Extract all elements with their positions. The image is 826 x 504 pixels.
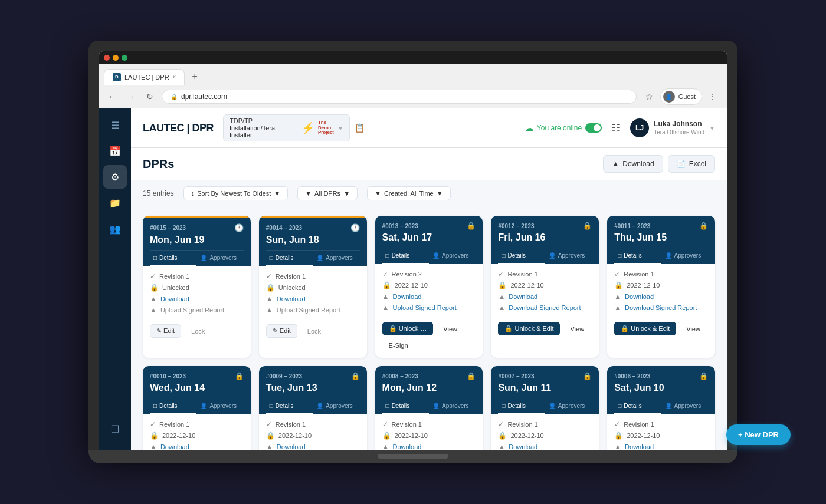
excel-btn[interactable]: 📄 Excel bbox=[668, 155, 715, 173]
os-maximize[interactable] bbox=[122, 55, 127, 61]
tab-details[interactable]: □ Details bbox=[614, 248, 661, 264]
new-tab-btn[interactable]: + bbox=[186, 68, 203, 85]
breadcrumb-text: TDP/TP Installation/Tera Installer bbox=[230, 117, 298, 139]
tab-approvers[interactable]: 👤 Approvers bbox=[545, 398, 592, 414]
user-avatar: LJ bbox=[630, 118, 649, 137]
unlock-btn[interactable]: 🔒 Unlock & Edit bbox=[498, 322, 560, 335]
download-link[interactable]: Download bbox=[277, 295, 306, 302]
download-link[interactable]: Download bbox=[509, 293, 537, 300]
browser-nav: ← → ↻ 🔒 dpr.lautec.com ☆ 👤 Guest ⋮ bbox=[99, 85, 727, 108]
card-number: #0012 – 2023 bbox=[498, 223, 534, 229]
download-link[interactable]: Download bbox=[160, 295, 189, 302]
tab-approvers[interactable]: 👤 Approvers bbox=[429, 398, 476, 414]
lock-date: 2022-12-10 bbox=[510, 432, 543, 439]
upload-link[interactable]: Upload Signed Report bbox=[277, 307, 340, 314]
online-toggle[interactable] bbox=[585, 123, 602, 133]
screen-inner: D LAUTEC | DPR × + ← → ↻ 🔒 dpr.lautec.co… bbox=[99, 51, 727, 450]
unlock-clock-icon: 🕐 bbox=[234, 223, 244, 232]
back-btn[interactable]: ← bbox=[105, 90, 119, 104]
download-link[interactable]: Download bbox=[625, 293, 654, 300]
download-all-btn[interactable]: ▲ Download bbox=[603, 155, 663, 173]
edit-btn[interactable]: ✎ Edit bbox=[150, 324, 181, 338]
os-minimize[interactable] bbox=[113, 55, 119, 61]
unlock-btn[interactable]: 🔒 Unlock … bbox=[382, 322, 434, 335]
sort-btn[interactable]: ↕ Sort By Newest To Oldest ▼ bbox=[183, 186, 289, 200]
details-icon: □ bbox=[502, 403, 505, 409]
upload-link[interactable]: Download Signed Report bbox=[625, 304, 697, 311]
laptop-base bbox=[88, 450, 738, 463]
copy-btn[interactable]: 📋 bbox=[355, 123, 365, 133]
download-link[interactable]: Download bbox=[277, 443, 306, 450]
sidebar-item-calendar[interactable]: 📅 bbox=[103, 139, 127, 163]
sidebar-item-folder[interactable]: 📁 bbox=[103, 191, 127, 215]
tab-details[interactable]: □ Details bbox=[498, 398, 545, 414]
esign-btn[interactable]: E-Sign bbox=[382, 339, 415, 352]
tab-details[interactable]: □ Details bbox=[150, 398, 196, 414]
sidebar-item-expand[interactable]: ❐ bbox=[103, 417, 127, 441]
lock-icon: 🔒 bbox=[583, 372, 592, 380]
upload-link[interactable]: Download Signed Report bbox=[509, 304, 581, 311]
address-bar[interactable]: 🔒 dpr.lautec.com bbox=[162, 90, 637, 104]
tab-details[interactable]: □ Details bbox=[382, 248, 429, 264]
revision-row: ✓ Revision 1 bbox=[382, 420, 476, 429]
grid-icon[interactable]: ☷ bbox=[611, 121, 621, 134]
lock-btn[interactable]: Lock bbox=[301, 325, 327, 338]
app-container: ☰ 📅 ⚙ 📁 👥 ❐ LAUTEC | DPR bbox=[99, 108, 727, 450]
download-link[interactable]: Download bbox=[392, 293, 421, 300]
more-btn[interactable]: ⋮ bbox=[704, 88, 721, 105]
view-btn[interactable]: View bbox=[437, 322, 464, 335]
sidebar-item-users[interactable]: 👥 bbox=[103, 217, 127, 241]
user-info[interactable]: LJ Luka Johnson Tera Offshore Wind ▼ bbox=[630, 118, 715, 137]
download-link[interactable]: Download bbox=[160, 443, 189, 450]
filter-dprs-btn[interactable]: ▼ All DPRs ▼ bbox=[297, 186, 358, 200]
card-divider bbox=[498, 317, 592, 317]
os-close[interactable] bbox=[104, 55, 110, 61]
reload-btn[interactable]: ↻ bbox=[143, 90, 157, 104]
tab-approvers[interactable]: 👤 Approvers bbox=[661, 248, 708, 264]
new-dpr-btn[interactable]: + New DPR bbox=[726, 424, 791, 445]
card-date: Sun, Jun 11 bbox=[498, 383, 592, 393]
view-btn[interactable]: View bbox=[563, 322, 591, 335]
online-status: ☁ You are online bbox=[525, 123, 602, 133]
upload-link[interactable]: Upload Signed Report bbox=[160, 307, 224, 314]
tab-approvers[interactable]: 👤 Approvers bbox=[313, 251, 359, 266]
tab-approvers-label: Approvers bbox=[209, 403, 237, 409]
filter-time-btn[interactable]: ▼ Created: All Time ▼ bbox=[367, 186, 451, 200]
project-badge[interactable]: TDP/TP Installation/Tera Installer ⚡ The… bbox=[223, 114, 350, 141]
download-link[interactable]: Download bbox=[625, 443, 654, 450]
filter-dprs-label: All DPRs bbox=[314, 190, 340, 197]
view-btn[interactable]: View bbox=[680, 322, 707, 335]
card-date: Mon, Jun 19 bbox=[150, 235, 244, 245]
tab-details[interactable]: □ Details bbox=[614, 398, 661, 414]
tab-approvers[interactable]: 👤 Approvers bbox=[429, 248, 476, 264]
tab-approvers[interactable]: 👤 Approvers bbox=[196, 398, 243, 414]
download-row: ▲ Download bbox=[382, 292, 476, 301]
tab-approvers[interactable]: 👤 Approvers bbox=[661, 398, 708, 414]
download-link[interactable]: Download bbox=[392, 443, 421, 450]
edit-btn[interactable]: ✎ Edit bbox=[266, 324, 297, 338]
tab-details[interactable]: □ Details bbox=[266, 251, 313, 266]
upload-link[interactable]: Upload Signed Report bbox=[392, 304, 456, 311]
revision-icon: ✓ bbox=[382, 270, 388, 278]
card-number: #0006 – 2023 bbox=[614, 373, 650, 380]
tab-details[interactable]: □ Details bbox=[382, 398, 429, 414]
unlock-btn[interactable]: 🔒 Unlock & Edit bbox=[614, 322, 676, 335]
sort-label: Sort By Newest To Oldest bbox=[197, 190, 271, 197]
lock-btn[interactable]: Lock bbox=[185, 325, 211, 338]
forward-btn[interactable]: → bbox=[124, 90, 138, 104]
sidebar-item-settings[interactable]: ⚙ bbox=[103, 165, 127, 189]
browser-user-chip[interactable]: 👤 Guest bbox=[660, 88, 702, 105]
tab-approvers[interactable]: 👤 Approvers bbox=[545, 248, 592, 264]
tab-details[interactable]: □ Details bbox=[498, 248, 545, 264]
tab-approvers[interactable]: 👤 Approvers bbox=[313, 398, 359, 414]
tab-close-btn[interactable]: × bbox=[173, 74, 176, 80]
download-link[interactable]: Download bbox=[509, 443, 537, 450]
bookmark-btn[interactable]: ☆ bbox=[641, 88, 658, 105]
tab-details[interactable]: □ Details bbox=[266, 398, 313, 414]
sidebar-item-menu[interactable]: ☰ bbox=[103, 113, 127, 137]
browser-tab-active[interactable]: D LAUTEC | DPR × bbox=[104, 69, 185, 85]
tab-approvers-label: Approvers bbox=[442, 403, 469, 409]
details-icon: □ bbox=[618, 403, 621, 409]
tab-details[interactable]: □ Details bbox=[150, 251, 196, 266]
tab-approvers[interactable]: 👤 Approvers bbox=[196, 251, 243, 266]
